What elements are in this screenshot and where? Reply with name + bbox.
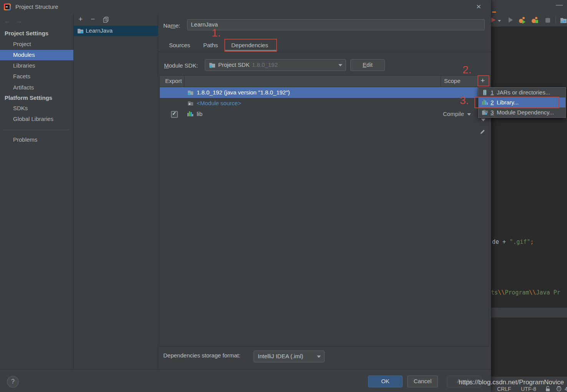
active-tab-underline [224,50,277,51]
column-separator [477,76,478,87]
sidebar-item-modules[interactable]: Modules [0,50,73,60]
project-settings-header: Project Settings [5,30,48,36]
minimize-button-icon[interactable]: — [556,1,563,9]
edit-dependency-pencil-icon[interactable] [479,128,486,135]
background-statusbar: CRLF UTF-8 4 [491,376,567,392]
sdk-version: 1.8.0_192 [252,61,278,68]
table-row-module-source[interactable]: <Module source> [160,98,478,109]
table-row-lib[interactable]: ✓ lib Compile [160,109,478,119]
export-column-header: Export [165,78,182,84]
toolbar-separator [555,16,556,24]
sidebar-item-sdks[interactable]: SDKs [13,105,28,111]
sidebar-item-problems[interactable]: Problems [13,136,37,143]
code-semicolon: ; [530,238,534,245]
intellij-logo-icon [4,3,11,10]
mnemonic-number: 2 [491,99,494,106]
storage-format-combobox[interactable]: IntelliJ IDEA (.iml) [254,351,325,362]
sidebar-item-artifacts[interactable]: Artifacts [13,84,34,91]
run-button-icon[interactable] [509,17,513,23]
menu-item-library[interactable]: 2 Library... [479,98,565,108]
library-icon [187,111,193,117]
chevron-down-icon [317,356,321,358]
encoding-indicator[interactable]: UTF-8 [521,386,536,392]
hector-icon[interactable] [556,386,562,392]
module-editor-panel: Name: LearnJava Sources Paths Dependenci… [158,14,491,369]
console-text: Java Pr [536,289,560,296]
profiler-icon[interactable] [519,17,526,24]
label-mnemonic: m [171,22,176,29]
column-separator [441,76,441,87]
sidebar-item-facets[interactable]: Facets [13,73,30,79]
lock-icon[interactable] [545,386,550,392]
sidebar-item-global-libraries[interactable]: Global Libraries [13,116,53,122]
line-ending-indicator[interactable]: CRLF [497,386,511,392]
platform-settings-header: Platform Settings [5,94,52,101]
menu-item-label: JARs or directories... [497,89,550,96]
tab-paths[interactable]: Paths [203,42,218,48]
question-icon: ? [11,378,15,385]
cancel-button[interactable]: Cancel [407,375,438,387]
sidebar-item-project[interactable]: Project [13,41,31,47]
name-input[interactable]: LearnJava [187,19,485,30]
library-icon [482,99,488,106]
close-icon[interactable]: × [476,2,481,11]
module-list-panel: + − LearnJava [74,14,158,369]
move-down-icon[interactable] [481,119,486,121]
menu-item-module-dependency[interactable]: 3 Module Dependency... [479,108,565,117]
code-line-1: de + ".gif"; [492,238,534,245]
label-mnemonic: E [363,61,366,68]
coverage-icon[interactable] [532,17,539,24]
dependency-label: lib [197,111,202,117]
status-extra: 4 [565,386,567,392]
code-string: ".gif" [509,238,530,245]
module-sdk-combobox[interactable]: Project SDK 1.8.0_192 [205,59,346,71]
forward-icon[interactable]: → [15,17,22,25]
module-list-item-learnjava[interactable]: LearnJava [74,26,158,36]
console-text: ts [491,289,498,296]
add-dependency-button[interactable]: + [481,76,485,85]
screen: — [0,0,567,392]
column-separator [184,76,184,87]
chevron-down-icon[interactable] [498,20,501,22]
export-checkbox[interactable]: ✓ [171,111,178,118]
project-structure-icon[interactable] [560,17,567,23]
back-icon[interactable]: ← [4,17,11,25]
add-module-icon[interactable]: + [78,15,83,23]
mnemonic-number: 3 [491,109,494,116]
background-editor: de + ".gif"; ts\\Program\\Java Pr [491,26,567,307]
module-name: LearnJava [86,27,113,34]
sdk-name: Project SDK [218,61,250,68]
edit-button[interactable]: Edit [350,59,385,71]
menu-item-label: Module Dependency... [497,109,554,116]
sidebar-item-libraries[interactable]: Libraries [13,62,35,69]
active-tab-indicator [492,12,496,13]
jdk-icon [187,89,194,96]
background-panel-divider [491,307,567,318]
table-header: Export Scope + [160,76,489,87]
label-part: dit [366,61,373,68]
scope-dropdown[interactable]: Compile [443,111,464,117]
ok-button[interactable]: OK [368,375,403,387]
table-row-jdk[interactable]: 1.8.0_192 (java version "1.8.0_192") [160,87,478,98]
stop-button-icon[interactable] [545,18,550,23]
apply-button: Apply [447,375,481,387]
jdk-icon [209,62,216,68]
code-text: de + [492,238,509,245]
dependencies-table: Export Scope + 1.8.0_192 (java version "… [159,75,489,346]
module-list-toolbar: + − [74,14,158,26]
tab-sources[interactable]: Sources [169,42,190,48]
mnemonic-number: 1 [491,89,494,96]
run-config-icon[interactable] [491,18,496,22]
tab-dependencies[interactable]: Dependencies [231,42,268,48]
help-button[interactable]: ? [7,376,19,388]
dialog-footer: ? OK Cancel Apply [0,369,491,392]
label-part: odule SDK: [169,62,198,69]
storage-format-label: Dependencies storage format: [163,352,240,359]
menu-item-jars-or-directories[interactable]: 1 JARs or directories... [479,88,565,98]
chevron-down-icon [467,113,471,116]
console-text: Program [505,289,529,296]
remove-module-icon[interactable]: − [91,15,95,23]
copy-module-icon[interactable] [103,17,109,23]
module-folder-icon [77,28,84,34]
name-value: LearnJava [191,21,218,28]
